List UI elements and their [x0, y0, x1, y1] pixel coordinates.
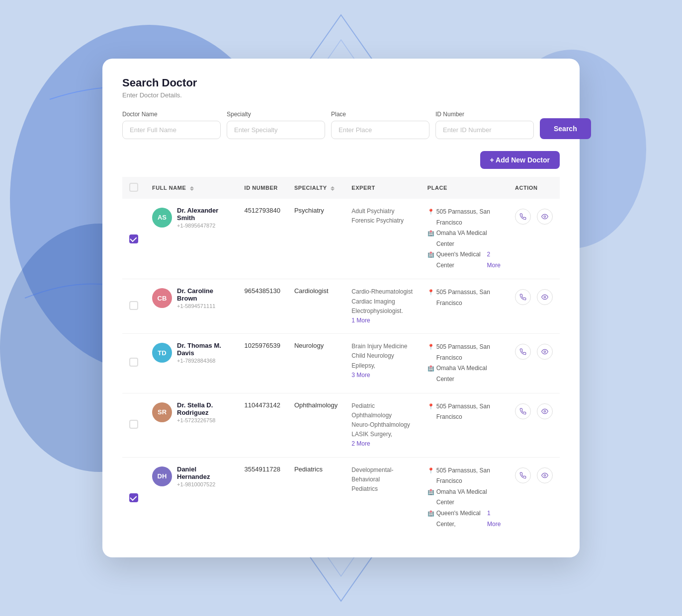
svg-point-5 [544, 216, 546, 218]
doctor-expert-cell: Adult PsychiatryForensic Psychiatry [344, 199, 420, 279]
expert-more-link[interactable]: 2 More [351, 440, 370, 447]
place-text: Queen's Medical Center [436, 249, 485, 271]
header-specialty: SPECIALTY [287, 177, 344, 199]
view-icon[interactable] [537, 289, 553, 305]
place-more-link[interactable]: 2 More [487, 249, 501, 271]
doctor-place-cell: 📍505 Parnassus, San Francisco🏥Omaha VA M… [421, 457, 508, 538]
header-id-number: ID NUMBER [238, 177, 287, 199]
place-text: Omaha VA Medical Center [436, 363, 501, 385]
id-number-group: ID Number [435, 111, 534, 139]
expert-more-link[interactable]: 1 More [351, 317, 370, 324]
doctor-specialty-cell: Psychiatry [287, 199, 344, 279]
id-number-input[interactable] [435, 121, 534, 139]
row-checkbox-cell [122, 279, 145, 334]
table-row: ASDr. Alexander Smith+1-9895647872451279… [122, 199, 560, 279]
place-text: Omaha VA Medical Center [436, 228, 501, 249]
doctor-name-cell: DHDaniel Hernandez+1-9810007522 [145, 457, 238, 538]
place-text: 505 Parnassus, San Francisco [436, 207, 501, 228]
call-icon[interactable] [515, 403, 531, 419]
sort-full-name-icon[interactable] [190, 186, 194, 191]
row-checkbox[interactable] [129, 420, 138, 429]
doctor-name-label: Doctor Name [122, 111, 221, 118]
place-text: 505 Parnassus, San Francisco [436, 465, 501, 487]
row-checkbox[interactable] [129, 234, 138, 243]
id-number-label: ID Number [435, 111, 534, 118]
place-text: Omaha VA Medical Center [436, 487, 501, 508]
avatar: TD [152, 343, 172, 363]
doctor-phone: +1-7892884368 [177, 358, 231, 364]
doctor-specialty-cell: Pediatrics [287, 457, 344, 538]
call-icon[interactable] [515, 289, 531, 305]
page-title: Search Doctor [122, 77, 560, 89]
svg-point-7 [544, 351, 546, 353]
search-button[interactable]: Search [540, 118, 591, 139]
doctor-specialty-cell: Neurology [287, 334, 344, 393]
row-checkbox-cell [122, 393, 145, 457]
row-checkbox[interactable] [129, 493, 138, 502]
doctor-place-cell: 📍505 Parnassus, San Francisco [421, 393, 508, 457]
location-pin-icon: 📍 [427, 466, 434, 476]
doctor-action-cell [508, 199, 560, 279]
doctor-id-cell: 4512793840 [238, 199, 287, 279]
table-row: DHDaniel Hernandez+1-9810007522355491172… [122, 457, 560, 538]
avatar: AS [152, 208, 172, 228]
doctor-name-group: Doctor Name [122, 111, 221, 139]
sort-specialty-icon[interactable] [331, 186, 335, 191]
place-more-link[interactable]: 1 More [487, 508, 501, 530]
hospital-icon: 🏥 [427, 229, 434, 238]
header-expert: EXPERT [344, 177, 420, 199]
place-label: Place [331, 111, 429, 118]
view-icon[interactable] [537, 467, 553, 483]
doctor-place-cell: 📍505 Parnassus, San Francisco🏥Omaha VA M… [421, 199, 508, 279]
doctor-name-cell: ASDr. Alexander Smith+1-9895647872 [145, 199, 238, 279]
header-full-name: FULL NAME [145, 177, 238, 199]
doctor-id-cell: 1025976539 [238, 334, 287, 393]
doctor-action-cell [508, 334, 560, 393]
row-checkbox[interactable] [129, 358, 138, 367]
location-pin-icon: 📍 [427, 207, 434, 217]
expert-more-link[interactable]: 3 More [351, 372, 370, 379]
header-action: ACTION [508, 177, 560, 199]
hospital-icon: 🏥 [427, 250, 434, 260]
doctor-expert-cell: Developmental-BehavioralPediatrics [344, 457, 420, 538]
doctor-phone: +1-9895647872 [177, 223, 231, 229]
doctor-phone: +1-5723226758 [177, 417, 231, 423]
svg-point-6 [544, 297, 546, 299]
table-row: CBDr. Caroline Brown+1-58945711119654385… [122, 279, 560, 334]
doctors-table: FULL NAME ID NUMBER SPECIALTY EXPERT PLA… [122, 177, 560, 538]
search-form: Doctor Name Specialty Place ID Number Se… [122, 111, 560, 139]
doctor-id-cell: 1104473142 [238, 393, 287, 457]
view-icon[interactable] [537, 344, 553, 360]
specialty-input[interactable] [227, 121, 325, 139]
call-icon[interactable] [515, 344, 531, 360]
doctor-expert-cell: Brain Injury MedicineChild NeurologyEpil… [344, 334, 420, 393]
doctor-specialty-cell: Ophthalmology [287, 393, 344, 457]
call-icon[interactable] [515, 209, 531, 225]
page-subtitle: Enter Doctor Details. [122, 91, 560, 99]
avatar: SR [152, 402, 172, 422]
doctor-name-input[interactable] [122, 121, 221, 139]
place-text: 505 Parnassus, San Francisco [436, 401, 501, 423]
header-place: PLACE [421, 177, 508, 199]
view-icon[interactable] [537, 209, 553, 225]
header-checkbox[interactable] [129, 183, 138, 192]
view-icon[interactable] [537, 403, 553, 419]
doctor-full-name: Dr. Caroline Brown [177, 287, 231, 302]
add-new-doctor-button[interactable]: + Add New Doctor [480, 151, 560, 169]
doctor-name-cell: CBDr. Caroline Brown+1-5894571111 [145, 279, 238, 334]
doctor-action-cell [508, 457, 560, 538]
location-pin-icon: 📍 [427, 402, 434, 412]
table-row: TDDr. Thomas M. Davis+1-7892884368102597… [122, 334, 560, 393]
row-checkbox[interactable] [129, 301, 138, 310]
place-group: Place [331, 111, 429, 139]
doctor-place-cell: 📍505 Parnassus, San Francisco🏥Omaha VA M… [421, 334, 508, 393]
doctor-id-cell: 9654385130 [238, 279, 287, 334]
call-icon[interactable] [515, 467, 531, 483]
place-text: 505 Parnassus, San Francisco [436, 342, 501, 363]
location-pin-icon: 📍 [427, 342, 434, 352]
main-card: Search Doctor Enter Doctor Details. Doct… [102, 59, 580, 557]
specialty-group: Specialty [227, 111, 325, 139]
row-checkbox-cell [122, 457, 145, 538]
place-input[interactable] [331, 121, 429, 139]
place-text: Queen's Medical Center, [436, 508, 485, 530]
